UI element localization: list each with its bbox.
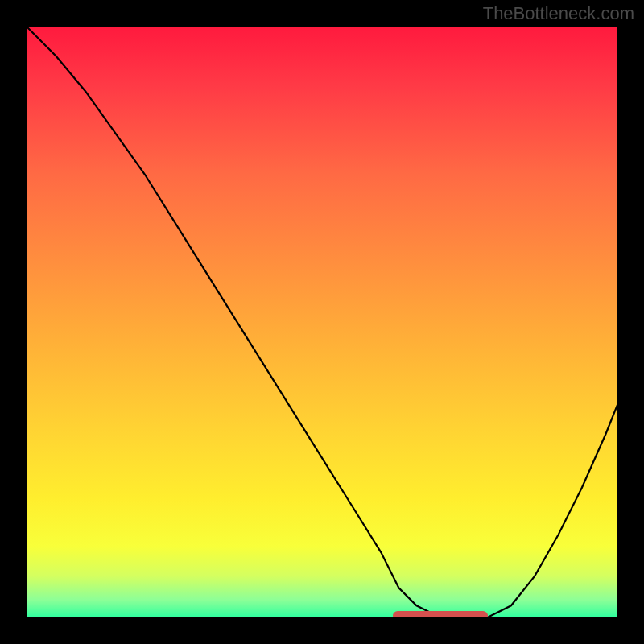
curve-svg (27, 27, 617, 617)
plot-area (27, 27, 617, 617)
watermark-text: TheBottleneck.com (483, 3, 634, 24)
bottleneck-curve (27, 27, 617, 617)
optimal-range-marker (393, 611, 487, 617)
